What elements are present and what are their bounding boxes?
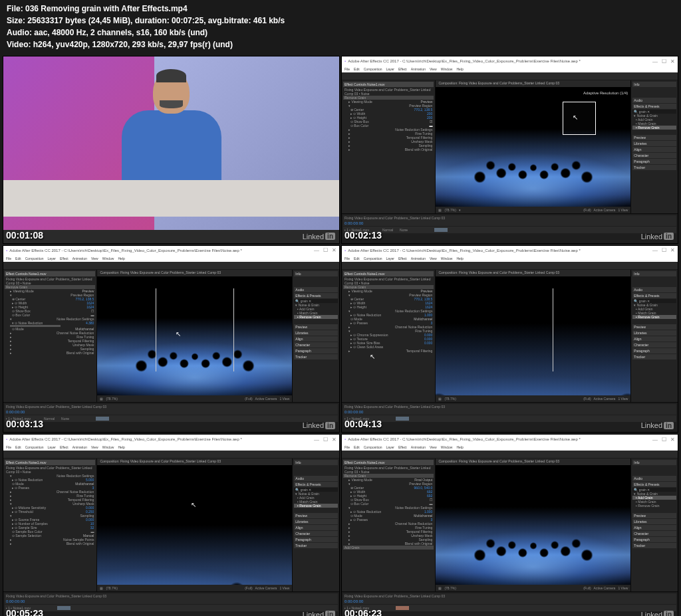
toolbar[interactable] [342, 262, 678, 270]
window-title: Adobe After Effects CC 2017 - C:\Users\r… [348, 59, 581, 63]
menu-window[interactable]: Window [441, 67, 453, 71]
thumbnail-panel-4: ▪Adobe After Effects CC 2017 - C:\Users\… [341, 245, 678, 433]
timeline-panel[interactable]: Fixing Video Exposure and Color Problems… [342, 591, 678, 616]
stove-footage [97, 276, 292, 396]
effect-controls-panel[interactable]: Effect Controls Noise1.mov Fixing Video … [3, 270, 97, 403]
cursor-icon: ↖ [191, 501, 196, 508]
tracker-panel-header[interactable]: Tracker [632, 165, 676, 170]
audio-panel-header[interactable]: Audio [632, 98, 676, 103]
info-panel-header[interactable]: Info [632, 82, 676, 87]
composition-viewport[interactable]: Composition: Fixing Video Exposure and C… [436, 270, 630, 403]
character-panel-header[interactable]: Character [632, 153, 676, 158]
effect-controls-panel[interactable]: Effect Controls Noise1.mov Fixing Video … [3, 459, 97, 591]
timeline-header: Fixing Video Exposure and Color Problems… [343, 215, 676, 221]
layer-bar[interactable] [434, 228, 448, 232]
right-panels[interactable]: Info Audio Effects & Presets 🔍 grain ✕ ▾… [292, 459, 339, 591]
file-name-line: File: 036 Removing grain with After Effe… [7, 3, 674, 15]
menu-layer[interactable]: Layer [386, 67, 394, 71]
linkedin-badge: Linkedin [303, 611, 335, 616]
close-icon[interactable]: ✕ [670, 58, 675, 64]
cursor-icon: ↖ [370, 353, 434, 360]
preview-region-box[interactable] [563, 102, 596, 135]
window-titlebar[interactable]: ▪Adobe After Effects CC 2017 - C:\Users\… [342, 246, 678, 255]
paragraph-panel-header[interactable]: Paragraph [632, 159, 676, 164]
ae-icon: ▪ [6, 249, 7, 253]
effect-controls-panel[interactable]: Effect Controls Noise1.mov Fixing Video … [342, 459, 436, 591]
libraries-panel-header[interactable]: Libraries [632, 141, 676, 146]
timeline-panel[interactable]: Fixing Video Exposure and Color Problems… [3, 591, 339, 616]
align-panel-header[interactable]: Align [632, 147, 676, 152]
window-controls[interactable]: — ☐ ✕ [652, 58, 675, 64]
toolbar[interactable] [342, 72, 678, 80]
toolbar[interactable] [3, 262, 339, 270]
timecode-label: 00:02:13 [344, 230, 382, 241]
cursor-icon: ↖ [573, 114, 578, 121]
right-panels[interactable]: Info Audio Effects & Presets 🔍 grain ✕ ▾… [630, 80, 678, 213]
timecode-label: 00:05:23 [6, 608, 43, 616]
right-panels[interactable]: Info Audio Effects & Presets 🔍 grain ✕ ▾… [292, 270, 339, 403]
effects-presets-header[interactable]: Effects & Presets [632, 104, 676, 109]
timecode-label: 00:01:08 [6, 230, 43, 241]
menu-bar[interactable]: FileEditCompositionLayerEffectAnimationV… [3, 255, 339, 262]
minimize-icon[interactable]: — [652, 58, 658, 64]
window-controls[interactable]: —☐✕ [314, 247, 337, 253]
timeline-panel[interactable]: Fixing Video Exposure and Color Problems… [342, 402, 678, 432]
ae-icon: ▪ [344, 59, 346, 63]
timeline-panel[interactable]: Fixing Video Exposure and Color Problems… [342, 213, 678, 243]
toolbar[interactable] [342, 451, 678, 459]
stove-footage [436, 465, 630, 585]
comp-tab[interactable]: Composition: Fixing Video Exposure and C… [436, 80, 630, 87]
effect-controls-panel[interactable]: Effect Controls Noise1.mov Fixing Video … [342, 270, 436, 403]
composition-viewport[interactable]: Composition: Fixing Video Exposure and C… [436, 80, 630, 213]
ae-main-area: Effect Controls Noise1.mov Fixing Video … [342, 80, 678, 213]
composition-viewport[interactable]: Composition: Fixing Video Exposure and C… [436, 459, 630, 591]
panel-bottom-bar [3, 230, 339, 243]
window-titlebar[interactable]: ▪Adobe After Effects CC 2017 - C:\Users\… [342, 435, 678, 444]
menu-file[interactable]: File [344, 67, 350, 71]
right-panels[interactable]: Info Audio Effects & Presets 🔍 grain ✕ ▾… [630, 270, 678, 403]
menu-bar[interactable]: File Edit Composition Layer Effect Anima… [342, 66, 678, 72]
effect-controls-tab[interactable]: Effect Controls Noise1.mov [343, 82, 434, 87]
menu-bar[interactable]: FileEditCompositionLayerEffectAnimationV… [3, 444, 339, 451]
menu-effect[interactable]: Effect [398, 67, 407, 71]
effect-controls-tab[interactable]: Effect Controls Noise1.mov [5, 271, 95, 276]
comp-view[interactable]: Adaptive Resolution (1/4) ↖ [436, 87, 630, 207]
menu-bar[interactable]: FileEditCompositionLayerEffectAnimationV… [342, 255, 678, 262]
window-titlebar[interactable]: ▪ Adobe After Effects CC 2017 - C:\Users… [342, 56, 678, 66]
timecode-label: 00:03:13 [6, 419, 43, 429]
right-panels[interactable]: Info Audio Effects & Presets 🔍 grain ✕ ▾… [630, 459, 678, 591]
timeline-timecode-row: 0:00:00:00 [343, 221, 676, 226]
file-video-line: Video: h264, yuv420p, 1280x720, 293 kb/s… [7, 39, 674, 51]
param-blend[interactable]: ▸ Blend with Original [343, 148, 434, 152]
timeline-comp-name[interactable]: Fixing Video Exposure and Color Problems… [344, 216, 445, 220]
window-titlebar[interactable]: ▪Adobe After Effects CC 2017 - C:\Users\… [3, 435, 339, 444]
cursor-icon: ↖ [176, 330, 181, 338]
menu-composition[interactable]: Composition [364, 67, 382, 71]
composition-viewport[interactable]: Composition: Fixing Video Exposure and C… [97, 459, 292, 591]
menu-help[interactable]: Help [456, 67, 463, 71]
menu-edit[interactable]: Edit [354, 67, 360, 71]
composition-viewport[interactable]: Composition: Fixing Video Exposure and C… [97, 270, 292, 403]
window-titlebar[interactable]: ▪ Adobe After Effects CC 2017 - C:\Users… [3, 246, 339, 255]
toolbar[interactable] [3, 451, 339, 459]
menu-animation[interactable]: Animation [411, 67, 426, 71]
add-grain-effect[interactable]: Add Grain [343, 546, 434, 550]
stove-footage [97, 465, 292, 585]
thumbnail-grid: 00:01:08 Linkedin ▪ Adobe After Effects … [0, 53, 681, 616]
maximize-icon[interactable]: ☐ [662, 58, 666, 64]
effect-controls-panel[interactable]: Effect Controls Noise1.mov Fixing Video … [342, 80, 436, 213]
file-size-line: Size: 25633317 bytes (24,45 MiB), durati… [7, 15, 674, 27]
timeline-panel[interactable]: Fixing Video Exposure and Color Problems… [3, 402, 339, 432]
preview-panel-header[interactable]: Preview [632, 135, 676, 140]
guide-line-right [233, 288, 234, 372]
timecode-label: 00:06:23 [344, 608, 382, 616]
linkedin-badge: Linkedin [641, 421, 674, 429]
instructor-scene [3, 56, 339, 230]
menu-bar[interactable]: FileEditCompositionLayerEffectAnimationV… [342, 444, 678, 451]
menu-view[interactable]: View [430, 67, 437, 71]
timeline-track[interactable]: ▪ 1 ▪ Noise1.mov Normal None [343, 227, 676, 233]
timeline-time[interactable]: 0:00:00:00 [344, 221, 363, 225]
thumbnail-panel-6: ▪Adobe After Effects CC 2017 - C:\Users\… [341, 434, 678, 616]
viewport-footer[interactable]: ▦(78.7%)▾ (Full) Active Camera 1 View [436, 207, 630, 213]
thumbnail-panel-5: ▪Adobe After Effects CC 2017 - C:\Users\… [3, 434, 340, 616]
